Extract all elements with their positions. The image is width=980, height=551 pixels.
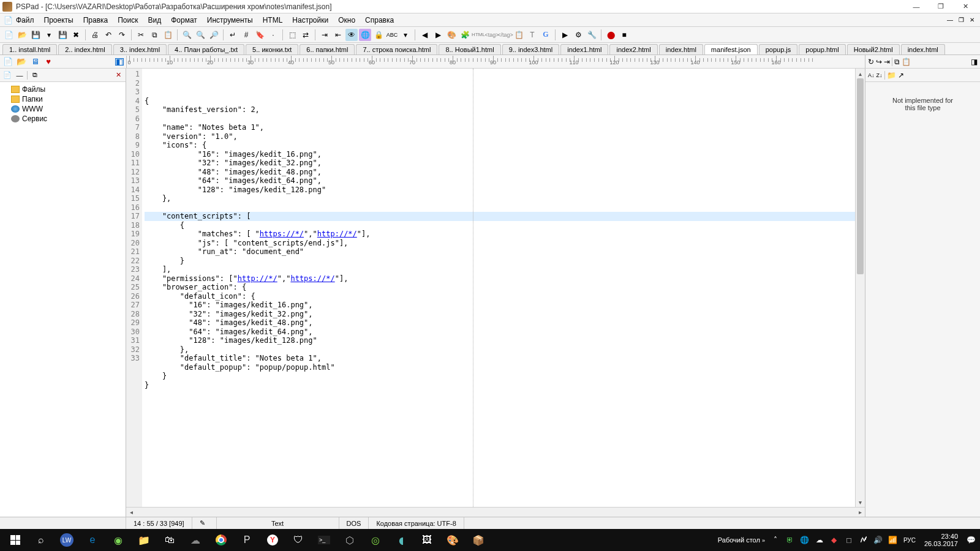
code-line[interactable]: "matches": [ "https://*/","http://*/"], — [145, 230, 855, 239]
store-icon[interactable]: 🛍 — [157, 530, 183, 550]
tray-clock[interactable]: 23:40 26.03.2017 — [919, 533, 963, 547]
tree-item[interactable]: WWW — [2, 104, 123, 114]
tree-del-icon[interactable]: — — [15, 70, 24, 80]
doctab[interactable]: Новый2.html — [847, 44, 900, 54]
menu-html[interactable]: HTML — [258, 15, 288, 26]
play-icon[interactable]: ▶ — [559, 29, 571, 41]
tray-wifi-icon[interactable]: 📶 — [886, 531, 900, 549]
save-all-icon[interactable]: 💾 — [56, 29, 69, 41]
menu-файл[interactable]: Файл — [11, 15, 39, 26]
bookmark-icon[interactable]: 🔖 — [254, 29, 266, 41]
tree-close-icon[interactable]: ✕ — [113, 70, 123, 80]
redo-icon[interactable]: ↷ — [116, 29, 128, 41]
rp-sort-za-icon[interactable]: Z↓ — [876, 72, 883, 78]
chrome-icon[interactable] — [208, 530, 234, 550]
code-line[interactable]: "default_title": "Notes beta 1", — [145, 354, 855, 363]
line-numbers-icon[interactable]: # — [240, 29, 252, 41]
browser-icon[interactable]: 🌐 — [359, 29, 371, 41]
doctab[interactable]: 8.. Новый1.html — [439, 44, 500, 54]
start-button[interactable] — [2, 530, 28, 550]
doctab[interactable]: 5.. иконки.txt — [246, 44, 298, 54]
doctab[interactable]: manifest.json — [704, 44, 758, 55]
menu-формат[interactable]: Формат — [166, 15, 202, 26]
horizontal-scrollbar[interactable]: ◂ ▸ — [126, 507, 865, 517]
code-line[interactable]: "48": "images/kedit_48.png", — [145, 168, 855, 177]
code-area[interactable]: { "manifest_version": 2, "name": "Notes … — [142, 69, 855, 507]
tray-language[interactable]: РУС — [901, 531, 918, 549]
doctab[interactable]: 4.. План работы_.txt — [168, 44, 244, 54]
tray-volume-icon[interactable]: 🔊 — [872, 531, 885, 549]
indent-left-icon[interactable]: ◀ — [418, 29, 431, 41]
code-line[interactable]: "64": "images/kedit_64.png", — [145, 328, 855, 337]
color-icon[interactable]: 🎨 — [445, 29, 458, 41]
mdi-minimize[interactable]: — — [944, 15, 956, 25]
code-line[interactable]: "64": "images/kedit_64.png", — [145, 176, 855, 186]
doctab[interactable]: 1.. install.html — [2, 44, 57, 54]
status-insert-icon[interactable]: ✎ — [192, 517, 217, 529]
doctab[interactable]: popup.html — [799, 44, 845, 54]
google-icon[interactable]: G — [540, 29, 552, 41]
rp-next-icon[interactable]: ↪ — [876, 58, 882, 66]
mdi-restore[interactable]: ❐ — [956, 15, 967, 25]
tray-globe-icon[interactable]: 🌐 — [798, 531, 812, 549]
menu-правка[interactable]: Правка — [78, 15, 113, 26]
menu-вид[interactable]: Вид — [143, 15, 166, 26]
indent-icon[interactable]: ⇥ — [318, 29, 331, 41]
code-line[interactable]: "16": "images/kedit_16.png", — [145, 301, 855, 310]
menu-проекты[interactable]: Проекты — [39, 15, 78, 26]
code-line[interactable] — [145, 203, 855, 212]
record-icon[interactable]: ⬤ — [605, 29, 617, 41]
code-line[interactable]: { — [145, 221, 855, 230]
scroll-down-icon[interactable]: ▾ — [856, 497, 865, 507]
open-project-icon[interactable]: 📂 — [16, 56, 27, 67]
edge-icon[interactable]: e — [80, 530, 105, 550]
code-line[interactable]: "default_popup": "popup/popup.html" — [145, 363, 855, 372]
tray-shield-icon[interactable]: ⛨ — [783, 531, 797, 549]
doctab[interactable]: index.html — [901, 44, 945, 54]
tree-new-icon[interactable]: 📄 — [2, 70, 12, 80]
doctab[interactable]: index.html — [659, 44, 703, 54]
taskbar-app-8[interactable]: 🖼 — [414, 530, 440, 550]
tool-a-icon[interactable]: 🧩 — [459, 29, 471, 41]
code-line[interactable]: "name": "Notes beta 1", — [145, 123, 855, 132]
whitespace-icon[interactable]: · — [267, 29, 279, 41]
favorite-icon[interactable]: ♥ — [43, 56, 54, 67]
doctab[interactable]: index1.html — [560, 44, 608, 54]
taskbar-app-9[interactable]: 📦 — [466, 530, 491, 550]
copy-icon[interactable]: ⧉ — [148, 29, 160, 41]
menu-окно[interactable]: Окно — [333, 15, 360, 26]
preview-icon[interactable]: 👁 — [345, 29, 358, 41]
taskbar-app-2[interactable]: ◉ — [105, 530, 131, 550]
menu-поиск[interactable]: Поиск — [113, 15, 143, 26]
scroll-left-icon[interactable]: ◂ — [126, 508, 136, 517]
save-dropdown-icon[interactable]: ▾ — [43, 29, 55, 41]
code-line[interactable]: "48": "images/kedit_48.png", — [145, 318, 855, 328]
rp-copy-icon[interactable]: ⧉ — [894, 58, 900, 66]
lock-icon[interactable]: 🔒 — [372, 29, 385, 41]
vertical-scrollbar[interactable]: ▴ ▾ — [855, 69, 865, 507]
hex-icon[interactable]: ⬚ — [286, 29, 298, 41]
rp-sort-az-icon[interactable]: A↓ — [868, 72, 875, 78]
search-icon[interactable]: ⌕ — [28, 530, 54, 550]
rp-folder-icon[interactable]: 📁 — [887, 71, 896, 80]
tray-battery-icon[interactable]: 🗲 — [857, 531, 870, 549]
code-line[interactable]: "run_at": "document_end" — [145, 247, 855, 257]
menu-справка[interactable]: Справка — [360, 15, 399, 26]
code-line[interactable]: "128": "images/kedit_128.png" — [145, 336, 855, 345]
tools-icon[interactable]: 🔧 — [586, 29, 598, 41]
minimize-button[interactable]: — — [904, 1, 929, 13]
doctab[interactable]: 7.. строка поиска.html — [356, 44, 437, 54]
ftp-icon[interactable]: 🖥 — [29, 56, 40, 67]
save-icon[interactable]: 💾 — [29, 29, 42, 41]
code-line[interactable]: "16": "images/kedit_16.png", — [145, 150, 855, 159]
closetag-icon[interactable]: </tag> — [499, 29, 511, 41]
code-line[interactable]: }, — [145, 345, 855, 354]
compare-icon[interactable]: ⇄ — [300, 29, 312, 41]
cut-icon[interactable]: ✂ — [135, 29, 147, 41]
show-desktop-label[interactable]: Рабочий стол » — [718, 536, 769, 544]
tree-item[interactable]: Папки — [2, 94, 123, 104]
code-line[interactable]: "128": "images/kedit_128.png" — [145, 186, 855, 195]
menu-настройки[interactable]: Настройки — [287, 15, 333, 26]
open-file-icon[interactable]: 📂 — [16, 29, 28, 41]
rp-jump-icon[interactable]: ⇥ — [884, 58, 890, 66]
